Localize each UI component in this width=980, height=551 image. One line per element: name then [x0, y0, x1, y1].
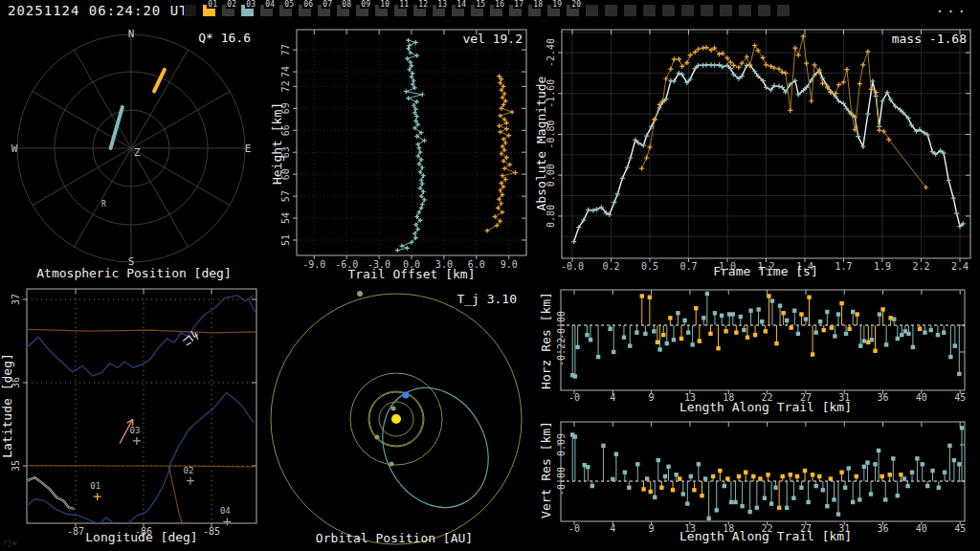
tick-label: 36 — [878, 523, 889, 534]
tab-label: 08 — [341, 1, 352, 9]
tick-label: -0.22 — [556, 338, 567, 366]
map-features — [27, 296, 256, 540]
tab-label: 15 — [475, 1, 486, 9]
tab-02[interactable]: 02 — [222, 5, 234, 16]
horz-res-xaxis-label: Length Along Trail [km] — [679, 400, 852, 414]
tab-08[interactable]: 08 — [337, 5, 349, 16]
orbital-plot — [271, 291, 522, 544]
tick-label: 0.09 — [556, 433, 567, 456]
tab-b4[interactable] — [643, 5, 656, 16]
tab-label: 11 — [398, 1, 410, 9]
tab-label: 19 — [551, 1, 563, 9]
watermark: rjw — [3, 539, 17, 547]
tab-b9[interactable] — [739, 5, 751, 16]
mercury-icon — [391, 407, 396, 411]
tab-label: 13 — [436, 1, 448, 9]
tab-label: 20 — [570, 1, 582, 9]
tick-label: -2.40 — [546, 38, 556, 67]
radiant-label: R — [101, 200, 106, 209]
tick-label: 1.9 — [874, 261, 891, 272]
tick-label: 2.2 — [912, 261, 929, 272]
tab-label: 18 — [532, 1, 544, 9]
tab-label: 02 — [226, 1, 237, 9]
tab-b10[interactable] — [758, 5, 770, 16]
vert-residuals-plot: -04913182227313640450.09-0.00 — [556, 422, 966, 534]
overflow-menu-button[interactable]: ... — [936, 0, 969, 15]
top-bar: 20251124 06:24:20 UTC 010203040506070809… — [0, 0, 980, 21]
tab-b1[interactable] — [586, 5, 598, 16]
tick-label: 03 — [129, 426, 140, 435]
tab-b8[interactable] — [720, 5, 732, 16]
tab-14[interactable]: 14 — [452, 5, 464, 16]
station-marker-02: 02 — [184, 466, 194, 485]
tick-label: 45 — [954, 392, 966, 403]
tab-11[interactable]: 11 — [394, 5, 407, 16]
tab-12[interactable]: 12 — [413, 5, 426, 16]
tick-label: 04 — [220, 506, 231, 516]
utc-timestamp: 20251124 06:24:20 UTC — [8, 3, 197, 18]
tab-b3[interactable] — [624, 5, 636, 16]
tick-label: 0.7 — [679, 261, 697, 272]
tick-label: 0.2 — [602, 261, 619, 272]
tick-label: 54 — [280, 212, 291, 224]
tick-label: 2.4 — [951, 261, 969, 272]
tab-20[interactable]: 20 — [567, 5, 579, 16]
tisserand-badge: T_j 3.10 — [457, 292, 517, 306]
tab-b7[interactable] — [701, 5, 713, 16]
magnitude-plot: -0.00.20.50.71.01.21.41.71.92.22.4-2.40-… — [546, 30, 970, 272]
tab-07[interactable]: 07 — [318, 5, 330, 16]
tab-spacer[interactable] — [184, 5, 196, 16]
tick-label: 4 — [610, 523, 615, 534]
trail-xaxis-label: Trail Offset [km] — [347, 267, 475, 281]
magnitude-series — [571, 33, 966, 244]
tick-label: 72 — [280, 80, 291, 92]
tick-label: -0 — [568, 523, 580, 534]
venus-icon — [375, 435, 380, 440]
tab-b2[interactable] — [605, 5, 617, 16]
meteor-streak-01 — [154, 70, 165, 92]
tab-13[interactable]: 13 — [433, 5, 445, 16]
tab-label: 17 — [513, 1, 524, 9]
tab-19[interactable]: 19 — [547, 5, 560, 16]
tab-09[interactable]: 09 — [356, 5, 368, 16]
tab-04[interactable]: 04 — [260, 5, 273, 16]
tab-18[interactable]: 18 — [528, 5, 541, 16]
tick-label: 57 — [280, 190, 291, 202]
tab-label: 03 — [245, 1, 256, 9]
vertical-residuals-panel: -04913182227313640450.09-0.00 Length Alo… — [539, 421, 966, 543]
earth-icon — [403, 392, 410, 399]
tab-01[interactable]: 01 — [203, 5, 215, 16]
tab-17[interactable]: 17 — [509, 5, 522, 16]
tab-03[interactable]: 03 — [241, 5, 254, 16]
orbital-panel-title: Orbital Position [AU] — [316, 531, 473, 545]
tab-06[interactable]: 06 — [299, 5, 311, 16]
mass-badge: mass -1.68 — [892, 32, 967, 46]
zenith-label: Z — [134, 146, 141, 159]
tab-label: 12 — [417, 1, 429, 9]
ground-map-plot: -87-86-8535363701020304 — [11, 289, 256, 540]
dashboard-plots: Q* 16.6 N E S W Z R Atmospheric Position… — [0, 0, 980, 551]
tick-label: 4 — [610, 392, 615, 403]
tick-label: 40 — [916, 392, 927, 403]
tab-b11[interactable] — [777, 5, 790, 16]
polar-panel-title: Atmospheric Position [deg] — [36, 266, 232, 280]
tick-label: 74 — [280, 66, 291, 77]
tab-label: 09 — [360, 1, 371, 9]
tab-b6[interactable] — [681, 5, 694, 16]
tab-16[interactable]: 16 — [490, 5, 502, 16]
tab-label: 14 — [456, 1, 467, 9]
tick-label: 36 — [878, 392, 889, 403]
tab-10[interactable]: 10 — [375, 5, 388, 16]
tab-b5[interactable] — [662, 5, 675, 16]
map-xaxis-label: Longitude [deg] — [85, 530, 197, 544]
tick-label: 45 — [954, 523, 966, 534]
map-yaxis-label: Latitude [deg] — [0, 353, 14, 458]
tick-label: -87 — [67, 526, 84, 537]
tab-05[interactable]: 05 — [279, 5, 292, 16]
tick-label: -0.0 — [561, 261, 584, 272]
tick-label: 01 — [90, 481, 100, 491]
tab-15[interactable]: 15 — [471, 5, 483, 16]
tick-label: 35 — [11, 460, 21, 472]
q-value-badge: Q* 16.6 — [198, 31, 251, 45]
vert-res-yaxis-label: Vert Res [km] — [539, 421, 553, 518]
